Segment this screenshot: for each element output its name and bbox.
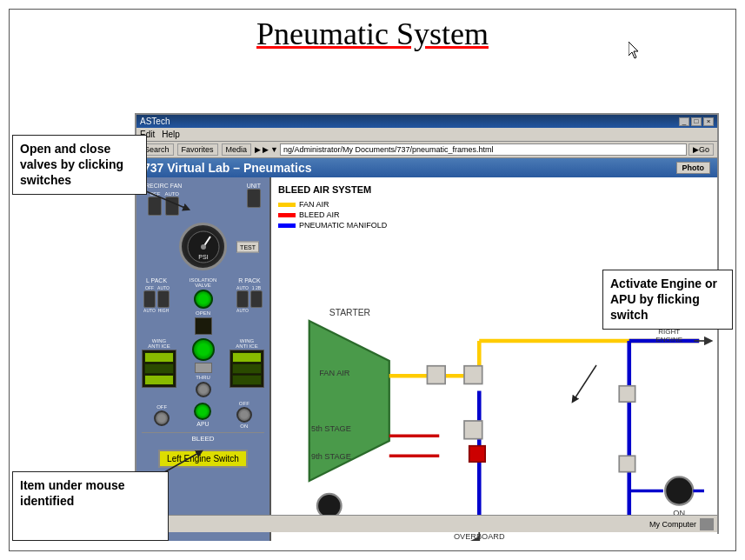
valve-5 (619, 456, 635, 471)
apu-green-switch[interactable] (194, 403, 211, 420)
display-seg-3 (144, 375, 174, 385)
isolation-close-switch[interactable] (194, 290, 213, 309)
left-engine-switch-button[interactable]: Left Engine Switch (158, 450, 248, 468)
app-header: 737 Virtual Lab – Pneumatics Photo (136, 158, 717, 177)
media-label: Media (226, 145, 248, 154)
isolation-open-switch[interactable] (195, 317, 212, 335)
wing-right-label: WINGANTI ICE (236, 338, 257, 349)
right-off-switch[interactable] (236, 407, 252, 423)
valve-2 (464, 366, 482, 384)
l-pack-label: L PACK (146, 277, 167, 283)
l-pack-off-switch[interactable] (143, 290, 156, 308)
svg-text:STARTER: STARTER (329, 308, 370, 317)
test-button[interactable]: TEST (236, 241, 259, 252)
item-under-annotation: Item under mouse identified (12, 471, 169, 541)
recirc-fan-auto-switch[interactable] (165, 197, 179, 216)
r-display-seg-1 (232, 352, 262, 363)
recirc-fan-label: RECIRC FAN (145, 183, 182, 189)
unit-switch[interactable] (247, 189, 261, 208)
center-green-switch[interactable] (192, 338, 215, 361)
browser-title: ASTech (140, 117, 170, 126)
photo-button[interactable]: Photo (676, 162, 711, 174)
pressure-gauge: PSI PSI (179, 223, 227, 270)
display-row: WINGANTI ICE THRU WINGANTI ICE (142, 338, 264, 397)
window-controls: _ □ × (679, 117, 714, 126)
right-display-panel (229, 350, 264, 388)
svg-text:FAN AIR: FAN AIR (319, 369, 350, 377)
activate-engine-annotation: Activate Engine or APU by flicking switc… (602, 270, 733, 330)
maximize-button[interactable]: □ (691, 117, 702, 126)
statusbar-icon (700, 518, 714, 530)
svg-text:9th STAGE: 9th STAGE (311, 452, 351, 461)
fan-air-color (278, 203, 296, 207)
isolation-valve: ISOLATIONVALVE OPEN (190, 277, 217, 335)
bleed-valve-indicator (469, 446, 485, 462)
apu-switch-diagram (665, 477, 693, 504)
statusbar-text: My Computer (649, 520, 696, 529)
svg-point-7 (201, 244, 206, 250)
browser-statusbar: My Computer (136, 515, 717, 532)
r-pack-label: R PACK (238, 277, 261, 283)
valve-3 (464, 421, 482, 439)
display-seg-2 (144, 363, 174, 374)
display-seg-1 (144, 352, 174, 363)
fan-air-label: FAN AIR (299, 200, 329, 209)
media-button[interactable]: Media (222, 143, 252, 156)
browser-titlebar: ASTech _ □ × (136, 115, 717, 128)
close-button[interactable]: × (703, 117, 714, 126)
valve-4 (619, 386, 635, 402)
browser-toolbar: Search Favorites Media ▶ ▶ ▼ ▶Go (136, 142, 717, 158)
app-title: 737 Virtual Lab – Pneumatics (143, 161, 312, 175)
minimize-button[interactable]: _ (679, 117, 689, 126)
bleed-air-color (278, 213, 296, 217)
go-button[interactable]: ▶Go (688, 143, 714, 156)
left-off-switch[interactable] (154, 410, 170, 426)
apu-switch-label: APU (196, 421, 209, 427)
recirc-fan-switch: RECIRC FAN OFF AUTO (145, 183, 182, 216)
favorites-button[interactable]: Favorites (177, 143, 218, 156)
browser-menubar: Edit Help (136, 128, 717, 142)
favorites-label: Favorites (182, 145, 214, 154)
bleed-air-label: BLEED AIR (299, 210, 340, 219)
r-pack-auto-switch[interactable] (236, 290, 249, 308)
valve-1 (427, 366, 445, 384)
left-display-panel (142, 350, 176, 388)
wing-left-label: WINGANTI ICE (148, 338, 170, 349)
open-close-annotation: Open and close valves by clicking switch… (12, 135, 147, 195)
address-bar[interactable] (280, 143, 687, 156)
center-display (195, 363, 212, 373)
legend-bleed-air: BLEED AIR (278, 210, 710, 219)
legend-fan-air: FAN AIR (278, 200, 710, 209)
r-pack-12b-switch[interactable] (250, 290, 263, 308)
diagram-panel: BLEED AIR SYSTEM FAN AIR BLEED AIR PNEUM… (271, 177, 717, 541)
recirc-fan-off-switch[interactable] (148, 197, 162, 216)
pack-row: L PACK OFF AUTO AUTO HIGH (142, 277, 264, 335)
bleed-air-title: BLEED AIR SYSTEM (278, 184, 710, 195)
svg-text:PSI: PSI (198, 254, 208, 260)
svg-text:5th STAGE: 5th STAGE (311, 424, 351, 433)
r-display-seg-3 (232, 375, 262, 385)
l-pack-auto-switch[interactable] (157, 290, 170, 308)
svg-text:ENGINE: ENGINE (655, 336, 682, 343)
search-label: Search (144, 145, 170, 154)
thru-switch[interactable] (196, 382, 211, 397)
r-display-seg-2 (232, 363, 262, 374)
bleed-label: BLEED (142, 432, 264, 444)
menu-help[interactable]: Help (162, 130, 180, 139)
app-content: RECIRC FAN OFF AUTO UNIT (136, 177, 717, 541)
bottom-switches: OFF APU OFF ON (142, 401, 264, 429)
